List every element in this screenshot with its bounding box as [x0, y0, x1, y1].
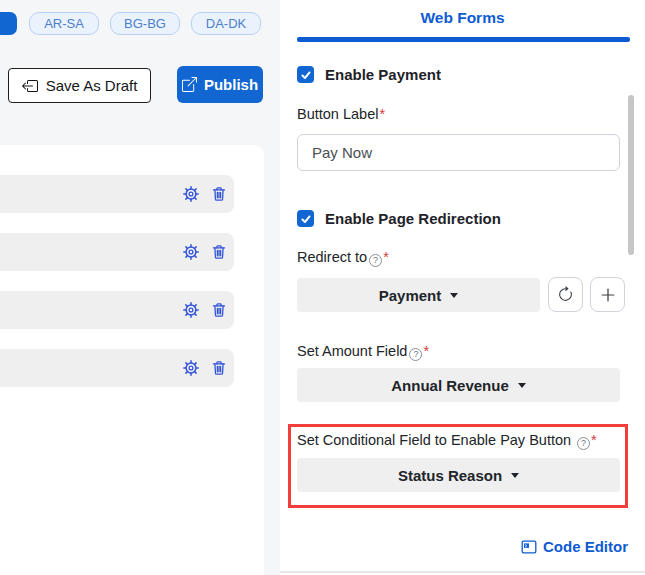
publish-label: Publish — [204, 76, 258, 93]
fields-list-card — [0, 145, 264, 575]
required-asterisk: * — [379, 106, 385, 122]
tab-web-forms[interactable]: Web Forms — [280, 9, 645, 27]
conditional-field-dropdown[interactable]: Status Reason — [297, 458, 620, 492]
code-editor-icon — [521, 539, 537, 555]
help-icon[interactable]: ? — [577, 437, 590, 450]
delete-trash-icon[interactable] — [211, 302, 227, 318]
enable-payment-row: Enable Payment — [297, 66, 441, 83]
field-row — [0, 291, 234, 329]
save-as-draft-label: Save As Draft — [46, 77, 138, 94]
set-amount-field-dropdown[interactable]: Annual Revenue — [297, 368, 620, 402]
caret-down-icon — [518, 383, 526, 388]
panel-gap — [264, 0, 280, 575]
required-asterisk: * — [423, 343, 429, 359]
redirect-to-dropdown[interactable]: Payment — [297, 278, 540, 312]
field-row — [0, 349, 234, 387]
button-label-label: Button Label* — [297, 106, 385, 122]
settings-gear-icon[interactable] — [183, 360, 199, 376]
required-asterisk: * — [383, 249, 389, 265]
caret-down-icon — [450, 293, 458, 298]
refresh-button[interactable] — [548, 277, 583, 312]
bottom-divider — [280, 571, 645, 573]
locale-tab-da-dk[interactable]: DA-DK — [191, 12, 261, 35]
panel-scrollbar-thumb[interactable] — [628, 95, 634, 255]
active-tab-underline — [297, 37, 630, 42]
locale-tab-active-partial[interactable] — [0, 12, 17, 35]
delete-trash-icon[interactable] — [211, 244, 227, 260]
publish-button[interactable]: Publish — [177, 66, 263, 103]
enable-redirect-label: Enable Page Redirection — [325, 210, 501, 227]
locale-tab-bg-bg[interactable]: BG-BG — [110, 12, 180, 35]
enable-payment-checkbox[interactable] — [297, 66, 314, 83]
enable-redirect-checkbox[interactable] — [297, 210, 314, 227]
settings-gear-icon[interactable] — [183, 302, 199, 318]
set-amount-field-label: Set Amount Field?* — [297, 343, 429, 361]
field-row — [0, 175, 234, 213]
save-draft-icon — [22, 78, 38, 94]
help-icon[interactable]: ? — [369, 254, 382, 267]
conditional-field-label: Set Conditional Field to Enable Pay Butt… — [297, 432, 597, 450]
code-editor-link[interactable]: Code Editor — [521, 538, 628, 555]
settings-gear-icon[interactable] — [183, 244, 199, 260]
delete-trash-icon[interactable] — [211, 360, 227, 376]
code-editor-label: Code Editor — [543, 538, 628, 555]
caret-down-icon — [511, 473, 519, 478]
settings-gear-icon[interactable] — [183, 186, 199, 202]
publish-external-icon — [182, 77, 197, 92]
redirect-to-label: Redirect to?* — [297, 249, 389, 267]
web-forms-panel: Web Forms Enable Payment Button Label* E… — [280, 0, 645, 575]
locale-tab-ar-sa[interactable]: AR-SA — [29, 12, 99, 35]
required-asterisk: * — [591, 432, 597, 448]
delete-trash-icon[interactable] — [211, 186, 227, 202]
enable-redirect-row: Enable Page Redirection — [297, 210, 501, 227]
field-row — [0, 233, 234, 271]
save-as-draft-button[interactable]: Save As Draft — [8, 68, 151, 103]
button-label-input[interactable] — [297, 134, 620, 171]
help-icon[interactable]: ? — [409, 348, 422, 361]
add-button[interactable] — [590, 277, 625, 312]
enable-payment-label: Enable Payment — [325, 66, 441, 83]
